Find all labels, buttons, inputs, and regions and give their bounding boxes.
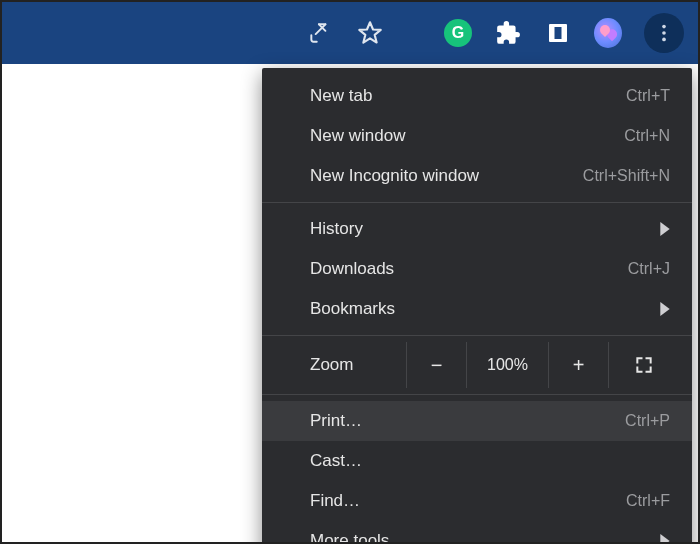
svg-point-4 [662,31,666,35]
menu-shortcut: Ctrl+J [628,260,670,278]
menu-shortcut: Ctrl+Shift+N [583,167,670,185]
fullscreen-icon [634,355,654,375]
avatar-image [594,18,622,48]
zoom-in-button[interactable]: + [548,342,608,388]
menu-label: Print… [310,411,625,431]
chevron-right-icon [660,302,670,316]
menu-item-print[interactable]: Print… Ctrl+P [262,401,692,441]
chevron-right-icon [660,534,670,544]
grammarly-badge: G [444,19,472,47]
menu-label: New window [310,126,624,146]
menu-separator [262,394,692,395]
menu-label: Downloads [310,259,628,279]
menu-separator [262,202,692,203]
menu-item-zoom: Zoom − 100% + [262,342,692,388]
svg-point-5 [662,38,666,42]
chevron-right-icon [660,222,670,236]
svg-marker-6 [660,222,669,236]
chrome-main-menu: New tab Ctrl+T New window Ctrl+N New Inc… [262,68,692,544]
more-menu-button[interactable] [644,13,684,53]
menu-label: Find… [310,491,626,511]
menu-item-bookmarks[interactable]: Bookmarks [262,289,692,329]
menu-label: History [310,219,660,239]
svg-point-3 [662,25,666,29]
zoom-value: 100% [466,342,548,388]
menu-item-incognito[interactable]: New Incognito window Ctrl+Shift+N [262,156,692,196]
menu-shortcut: Ctrl+P [625,412,670,430]
menu-shortcut: Ctrl+T [626,87,670,105]
menu-item-cast[interactable]: Cast… [262,441,692,481]
menu-label: Cast… [310,451,670,471]
menu-shortcut: Ctrl+F [626,492,670,510]
menu-item-new-tab[interactable]: New tab Ctrl+T [262,76,692,116]
menu-label: More tools [310,531,660,544]
star-icon[interactable] [356,19,384,47]
menu-label: Bookmarks [310,299,660,319]
profile-avatar[interactable] [594,19,622,47]
share-icon[interactable] [306,19,334,47]
zoom-label: Zoom [310,355,406,375]
reader-mode-icon[interactable] [544,19,572,47]
zoom-out-button[interactable]: − [406,342,466,388]
svg-marker-7 [660,302,669,316]
menu-item-find[interactable]: Find… Ctrl+F [262,481,692,521]
svg-marker-0 [359,22,380,42]
more-vert-icon [653,22,675,44]
svg-rect-2 [555,27,562,39]
menu-label: New Incognito window [310,166,583,186]
grammarly-extension-icon[interactable]: G [444,19,472,47]
menu-separator [262,335,692,336]
browser-toolbar: G [2,2,698,64]
menu-label: New tab [310,86,626,106]
menu-shortcut: Ctrl+N [624,127,670,145]
extensions-icon[interactable] [494,19,522,47]
fullscreen-button[interactable] [608,342,678,388]
menu-item-history[interactable]: History [262,209,692,249]
menu-item-new-window[interactable]: New window Ctrl+N [262,116,692,156]
svg-marker-8 [660,534,669,544]
menu-item-downloads[interactable]: Downloads Ctrl+J [262,249,692,289]
menu-item-more-tools[interactable]: More tools [262,521,692,544]
